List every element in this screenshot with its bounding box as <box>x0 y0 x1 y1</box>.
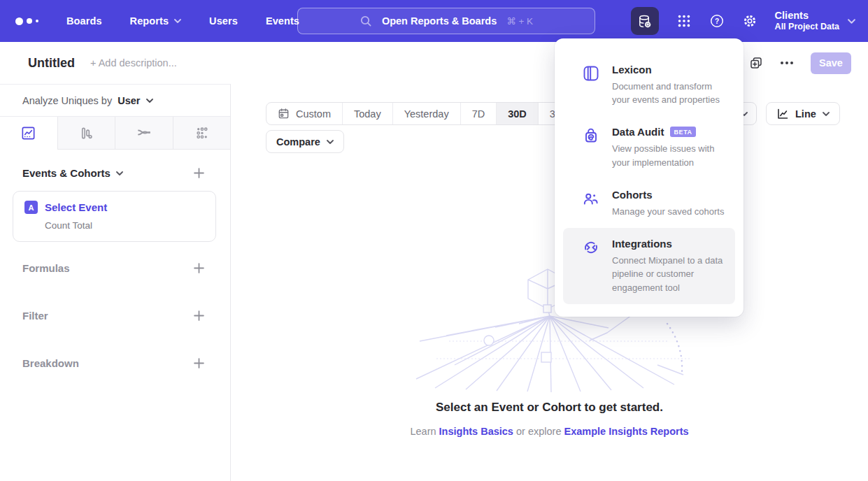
search-shortcut: ⌘ + K <box>506 15 533 27</box>
date-range-30d[interactable]: 30D <box>497 103 539 124</box>
top-navbar: Boards Reports Users Events Open Reports… <box>0 0 868 42</box>
add-formula-button[interactable] <box>193 262 205 274</box>
add-breakdown-button[interactable] <box>193 357 205 369</box>
data-management-icon[interactable] <box>631 7 659 35</box>
filter-section: Filter <box>0 310 230 322</box>
navbar-right-cluster: ? Clients All Project Data <box>631 0 855 42</box>
project-name: Clients <box>775 9 839 22</box>
menu-item-description: Connect Mixpanel to a data pipeline or c… <box>612 254 727 294</box>
menu-item-integrations[interactable]: Integrations Connect Mixpanel to a data … <box>563 228 735 304</box>
chevron-down-icon[interactable] <box>146 99 153 103</box>
bar-chart-icon <box>78 125 94 141</box>
beta-badge: BETA <box>670 127 695 137</box>
empty-sub-prefix: Learn <box>410 426 439 437</box>
integrations-sync-icon <box>582 238 600 257</box>
chevron-down-icon <box>116 171 123 175</box>
project-scope: All Project Data <box>775 22 839 33</box>
nav-events[interactable]: Events <box>266 15 299 27</box>
project-selector[interactable]: Clients All Project Data <box>775 9 855 33</box>
query-builder-sidebar: Analyze Uniques by User <box>0 84 231 481</box>
chart-type-tabs <box>0 117 230 150</box>
event-aggregation-label[interactable]: Count Total <box>45 220 204 231</box>
menu-item-description: View possible issues with your implement… <box>612 142 727 168</box>
formulas-label: Formulas <box>22 262 70 274</box>
duplicate-icon[interactable] <box>749 56 763 70</box>
menu-item-data-audit[interactable]: Data AuditBETA View possible issues with… <box>563 116 735 178</box>
event-card[interactable]: A Select Event Count Total <box>13 191 216 242</box>
insights-basics-link[interactable]: Insights Basics <box>439 426 513 437</box>
menu-item-description: Document and transform your events and p… <box>612 80 727 106</box>
date-range-custom[interactable]: Custom <box>266 103 343 124</box>
nav-users[interactable]: Users <box>209 15 238 27</box>
chevron-down-icon <box>174 19 181 23</box>
menu-item-cohorts[interactable]: Cohorts Manage your saved cohorts <box>563 179 735 228</box>
events-cohorts-toggle[interactable]: Events & Cohorts <box>22 167 123 179</box>
chevron-down-icon <box>327 140 334 144</box>
events-cohorts-header: Events & Cohorts <box>0 167 230 179</box>
line-chart-icon <box>776 108 789 120</box>
empty-state-subtitle: Learn Insights Basics or explore Example… <box>231 426 868 437</box>
search-input[interactable]: Open Reports & Boards ⌘ + K <box>297 8 595 34</box>
add-description-field[interactable]: + Add description... <box>90 57 177 69</box>
analyze-value[interactable]: User <box>118 95 140 106</box>
breakdown-label: Breakdown <box>22 357 79 369</box>
add-filter-button[interactable] <box>193 310 205 322</box>
lexicon-book-icon <box>582 64 600 82</box>
tab-bar-chart[interactable] <box>58 117 116 149</box>
cohorts-people-icon <box>582 189 600 208</box>
nav-reports[interactable]: Reports <box>130 15 182 27</box>
metrics-grid-icon <box>194 125 210 141</box>
date-range-yesterday[interactable]: Yesterday <box>393 103 461 124</box>
add-event-button[interactable] <box>193 167 205 179</box>
chevron-down-icon <box>848 19 855 24</box>
save-button[interactable]: Save <box>811 52 851 74</box>
date-range-today[interactable]: Today <box>343 103 393 124</box>
more-options-icon[interactable] <box>781 62 793 64</box>
tab-metrics-grid[interactable] <box>173 117 231 149</box>
plus-icon <box>193 310 205 322</box>
flow-chart-icon <box>136 124 152 141</box>
plus-icon <box>193 167 205 179</box>
example-insights-reports-link[interactable]: Example Insights Reports <box>564 426 688 437</box>
compare-button[interactable]: Compare <box>266 130 344 153</box>
empty-state-title: Select an Event or Cohort to get started… <box>231 401 868 415</box>
report-canvas: Custom Today Yesterday 7D 30D 3M 6M Comp… <box>231 84 868 481</box>
help-icon[interactable]: ? <box>709 13 725 29</box>
formulas-section: Formulas <box>0 262 230 274</box>
tab-line-chart[interactable] <box>0 117 58 149</box>
select-event-label[interactable]: Select Event <box>45 201 107 213</box>
report-title[interactable]: Untitled <box>28 56 75 71</box>
chevron-down-icon <box>823 112 830 116</box>
search-icon <box>360 15 372 27</box>
breakdown-section: Breakdown <box>0 357 230 369</box>
plus-icon <box>193 262 205 274</box>
empty-sub-middle: or explore <box>513 426 564 437</box>
tab-flow-chart[interactable] <box>115 117 173 149</box>
data-management-dropdown: Lexicon Document and transform your even… <box>555 38 744 317</box>
search-placeholder: Open Reports & Boards <box>382 15 497 27</box>
calendar-icon <box>278 108 290 120</box>
mixpanel-logo-icon[interactable] <box>15 17 38 25</box>
settings-gear-icon[interactable] <box>742 13 757 29</box>
filter-label: Filter <box>22 310 48 322</box>
event-series-badge: A <box>24 201 38 214</box>
menu-item-description: Manage your saved cohorts <box>612 205 727 218</box>
menu-item-lexicon[interactable]: Lexicon Document and transform your even… <box>563 54 735 116</box>
chart-style-selector[interactable]: Line <box>766 102 840 125</box>
analyze-uniques-row: Analyze Uniques by User <box>0 85 230 117</box>
line-chart-icon <box>20 125 36 141</box>
data-audit-icon <box>582 127 600 145</box>
empty-state: Select an Event or Cohort to get started… <box>231 401 868 437</box>
apps-grid-icon[interactable] <box>676 13 692 29</box>
plus-icon <box>193 357 205 369</box>
nav-boards[interactable]: Boards <box>66 15 102 27</box>
primary-nav: Boards Reports Users Events <box>66 15 299 27</box>
date-range-7d[interactable]: 7D <box>461 103 497 124</box>
analyze-label: Analyze Uniques by <box>22 95 112 106</box>
svg-text:?: ? <box>715 17 719 25</box>
